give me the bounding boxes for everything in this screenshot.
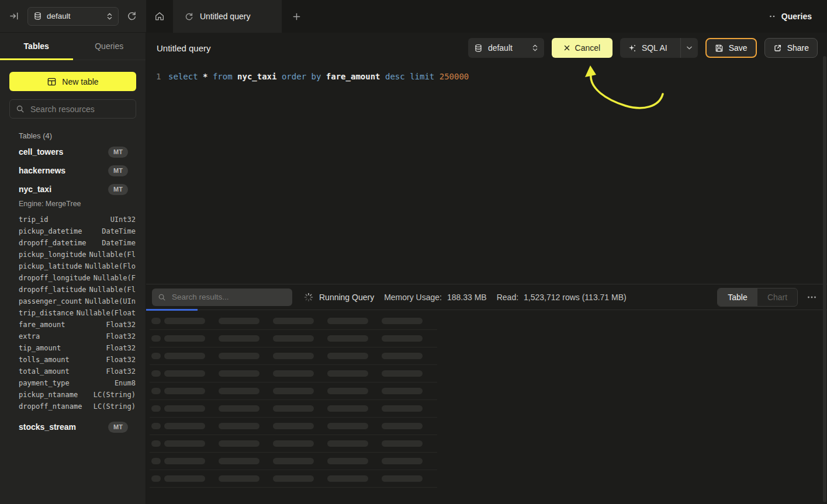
search-icon xyxy=(16,105,25,113)
column-name: pickup_longitude xyxy=(19,251,86,259)
skeleton-cell xyxy=(327,335,368,342)
skeleton-cell xyxy=(327,370,368,377)
home-icon[interactable] xyxy=(146,0,173,33)
column-type: Nullable(F xyxy=(94,274,136,282)
skeleton-cell xyxy=(151,405,161,412)
column-name: tip_amount xyxy=(19,344,61,352)
results-skeleton xyxy=(150,310,437,488)
tab-untitled-query[interactable]: Untitled query xyxy=(173,0,282,33)
column-name: passenger_count xyxy=(19,297,82,305)
sql-token: nyc_taxi xyxy=(237,72,276,81)
close-icon xyxy=(564,45,570,51)
skeleton-cell xyxy=(219,335,259,342)
column-row: dropoff_longitudeNullable(F xyxy=(19,272,136,284)
table-row-stocks-stream[interactable]: stocks_stream MT xyxy=(0,418,146,436)
skeleton-cell xyxy=(164,388,205,394)
skeleton-cell xyxy=(382,318,423,324)
chevron-updown-icon xyxy=(532,44,538,52)
skeleton-cell xyxy=(273,370,314,377)
progress-bar xyxy=(146,309,198,311)
toggle-chart[interactable]: Chart xyxy=(757,289,797,306)
table-name: stocks_stream xyxy=(19,422,76,432)
view-toggle: Table Chart xyxy=(717,288,798,307)
column-row: pickup_latitudeNullable(Flo xyxy=(19,260,136,272)
skeleton-row xyxy=(150,400,437,418)
memory-usage-value: 188.33 MB xyxy=(447,293,487,302)
skeleton-cell xyxy=(327,458,368,464)
skeleton-cell xyxy=(164,440,205,447)
column-type: Float32 xyxy=(106,321,136,329)
engine-label: Engine: MergeTree xyxy=(19,200,136,210)
skeleton-cell xyxy=(219,440,259,447)
spinner-icon xyxy=(304,293,313,302)
save-button[interactable]: Save xyxy=(705,38,757,58)
refresh-icon[interactable] xyxy=(124,9,139,23)
skeleton-cell xyxy=(382,458,423,464)
skeleton-cell xyxy=(151,440,161,447)
tab-tables[interactable]: Tables xyxy=(0,33,73,60)
chevron-down-icon[interactable] xyxy=(680,38,698,58)
sql-token: 250000 xyxy=(440,72,469,81)
collapse-sidebar-icon[interactable] xyxy=(7,9,22,23)
skeleton-cell xyxy=(219,353,259,359)
column-name: trip_id xyxy=(19,215,49,224)
table-row-nyc-taxi[interactable]: nyc_taxi MT xyxy=(0,180,146,199)
skeleton-cell xyxy=(327,353,368,359)
more-options-icon[interactable] xyxy=(805,293,819,301)
tab-strip: Untitled query Queries xyxy=(146,0,827,33)
results-search xyxy=(152,289,292,306)
skeleton-cell xyxy=(164,423,205,429)
skeleton-cell xyxy=(327,405,368,412)
sql-token: order xyxy=(282,72,306,81)
skeleton-cell xyxy=(382,388,423,394)
skeleton-cell xyxy=(327,318,368,324)
search-resources-input[interactable] xyxy=(29,104,130,114)
sql-ai-button[interactable]: SQL AI xyxy=(620,38,698,58)
skeleton-cell xyxy=(151,388,161,394)
skeleton-cell xyxy=(164,458,205,464)
column-row: passenger_countNullable(UIn xyxy=(19,296,136,307)
new-tab-icon[interactable] xyxy=(282,0,311,33)
skeleton-cell xyxy=(382,475,423,482)
column-type: Float32 xyxy=(106,332,136,340)
skeleton-cell xyxy=(273,353,314,359)
skeleton-row xyxy=(150,347,437,365)
column-name: trip_distance xyxy=(19,309,74,317)
column-type: Nullable(UIn xyxy=(85,297,136,305)
scrollbar[interactable] xyxy=(823,56,826,502)
cancel-button[interactable]: Cancel xyxy=(552,38,613,58)
column-list: trip_idUInt32pickup_datetimeDateTimedrop… xyxy=(19,214,136,412)
memory-usage-label: Memory Usage: xyxy=(384,293,442,302)
sql-editor[interactable]: 1 select * from nyc_taxi order by fare_a… xyxy=(146,63,827,284)
skeleton-cell xyxy=(382,370,423,377)
queries-link[interactable]: Queries xyxy=(754,0,827,33)
search-results-input[interactable] xyxy=(171,292,286,302)
new-table-button[interactable]: New table xyxy=(9,72,136,91)
query-actions: default Cancel xyxy=(468,38,818,58)
sql-token: desc xyxy=(385,72,405,81)
database-icon xyxy=(474,44,483,53)
table-row-hackernews[interactable]: hackernews MT xyxy=(0,161,146,180)
share-button[interactable]: Share xyxy=(764,38,818,58)
column-row: trip_idUInt32 xyxy=(19,214,136,225)
tab-tables-label: Tables xyxy=(24,41,49,51)
column-name: tolls_amount xyxy=(19,356,70,364)
table-row-cell-towers[interactable]: cell_towers MT xyxy=(0,142,146,161)
query-database-selector[interactable]: default xyxy=(468,38,544,58)
engine-badge: MT xyxy=(108,165,128,176)
skeleton-cell xyxy=(273,388,314,394)
column-type: Float32 xyxy=(106,356,136,364)
skeleton-row xyxy=(150,435,437,453)
toggle-table-label: Table xyxy=(728,293,747,302)
column-type: Nullable(Flo xyxy=(85,262,136,270)
database-selector[interactable]: default xyxy=(27,7,119,26)
column-row: trip_distanceNullable(Float xyxy=(19,307,136,319)
toggle-table[interactable]: Table xyxy=(718,289,757,306)
skeleton-cell xyxy=(151,458,161,464)
column-row: pickup_ntanameLC(String) xyxy=(19,389,136,401)
skeleton-cell xyxy=(327,475,368,482)
skeleton-cell xyxy=(164,353,205,359)
skeleton-cell xyxy=(273,335,314,342)
tab-queries[interactable]: Queries xyxy=(73,33,146,60)
skeleton-cell xyxy=(273,458,314,464)
